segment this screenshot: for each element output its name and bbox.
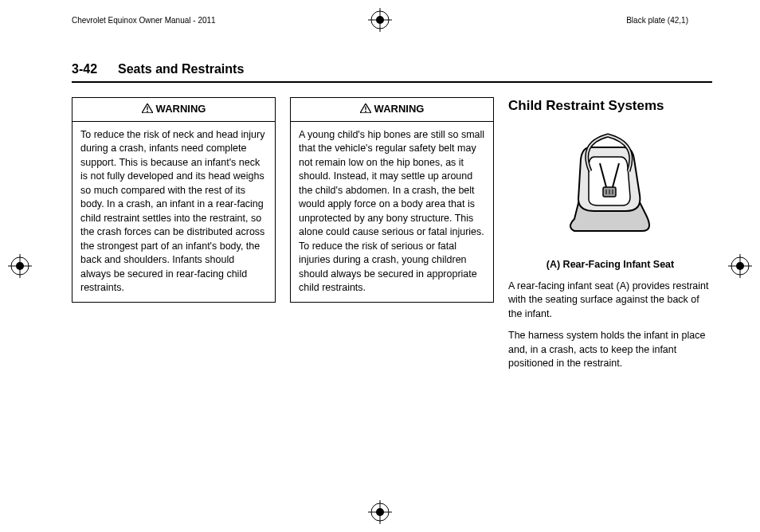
- infant-seat-illustration: [508, 123, 712, 247]
- section-header: 3-42 Seats and Restraints: [72, 62, 712, 83]
- plate-info: Black plate (42,1): [626, 16, 688, 25]
- warning-label: WARNING: [156, 103, 206, 115]
- warning-body-1: To reduce the risk of neck and head inju…: [72, 122, 275, 302]
- figure-caption: (A) Rear-Facing Infant Seat: [508, 258, 712, 272]
- column-1: WARNING To reduce the risk of neck and h…: [72, 97, 276, 379]
- warning-label: WARNING: [374, 103, 425, 115]
- warning-body-2: A young child's hip bones are still so s…: [291, 122, 493, 302]
- section-title: Seats and Restraints: [118, 62, 244, 76]
- crop-mark-bottom: [368, 500, 392, 524]
- warning-heading: WARNING: [72, 98, 275, 122]
- warning-box-2: WARNING A young child's hip bones are st…: [290, 97, 494, 303]
- warning-triangle-icon: [360, 103, 371, 117]
- warning-heading: WARNING: [291, 98, 493, 122]
- svg-point-17: [147, 111, 148, 112]
- warning-triangle-icon: [142, 103, 153, 117]
- warning-box-1: WARNING To reduce the risk of neck and h…: [72, 97, 276, 303]
- subsection-heading: Child Restraint Systems: [508, 97, 712, 115]
- crop-mark-right: [728, 254, 752, 278]
- manual-title: Chevrolet Equinox Owner Manual - 2011: [72, 16, 216, 25]
- column-2: WARNING A young child's hip bones are st…: [290, 97, 494, 379]
- paragraph-1: A rear-facing infant seat (A) provides r…: [508, 280, 712, 322]
- column-3: Child Restraint Systems: [508, 97, 712, 379]
- paragraph-2: The harness system holds the infant in p…: [508, 329, 712, 371]
- crop-mark-top: [368, 8, 392, 32]
- page-number: 3-42: [72, 62, 97, 76]
- svg-point-19: [365, 111, 366, 112]
- crop-mark-left: [8, 254, 32, 278]
